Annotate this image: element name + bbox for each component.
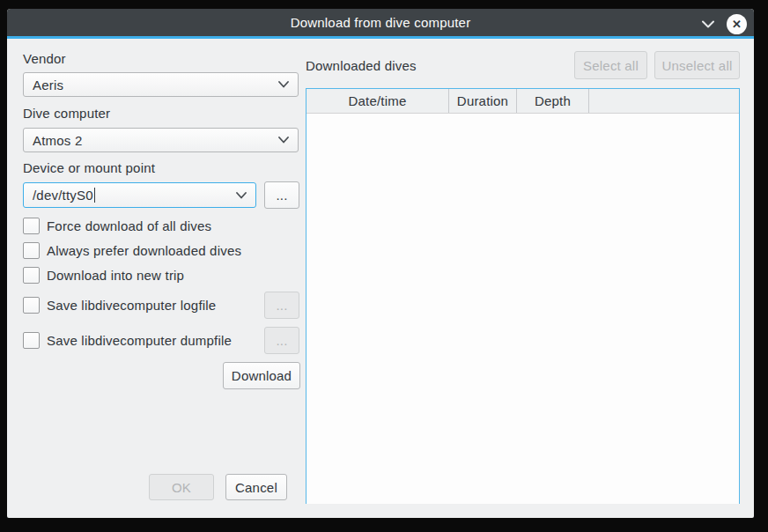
checkbox-label: Save libdivecomputer logfile	[47, 298, 216, 313]
titlebar[interactable]: Download from dive computer ✕	[7, 9, 754, 39]
close-icon: ✕	[732, 18, 742, 30]
downloaded-dives-label: Downloaded dives	[306, 58, 417, 73]
device-label: Device or mount point	[23, 160, 155, 175]
save-dumpfile-row: Save libdivecomputer dumpfile	[23, 332, 232, 349]
new-trip-row: Download into new trip	[23, 267, 184, 284]
close-button[interactable]: ✕	[727, 14, 747, 34]
column-header-datetime[interactable]: Date/time	[306, 89, 449, 113]
new-trip-checkbox[interactable]	[23, 267, 40, 284]
ok-button[interactable]: OK	[149, 474, 214, 500]
vendor-value: Aeris	[33, 78, 63, 92]
device-value: /dev/ttyS0	[33, 188, 93, 203]
chevron-down-icon	[278, 81, 289, 88]
prefer-downloaded-checkbox[interactable]	[23, 242, 40, 259]
column-header-depth[interactable]: Depth	[517, 89, 589, 113]
prefer-downloaded-row: Always prefer downloaded dives	[23, 242, 241, 259]
device-browse-button[interactable]: ...	[264, 181, 299, 209]
download-dialog: Download from dive computer ✕ Vendor Aer…	[7, 9, 754, 518]
save-logfile-checkbox[interactable]	[23, 297, 40, 314]
dive-computer-label: Dive computer	[23, 106, 110, 121]
screen-background: Download from dive computer ✕ Vendor Aer…	[0, 0, 768, 532]
chevron-down-icon	[236, 192, 247, 199]
dumpfile-browse-button[interactable]: ...	[264, 327, 299, 354]
window-title: Download from dive computer	[291, 15, 471, 30]
chevron-down-icon	[702, 20, 714, 28]
column-header-empty	[589, 89, 739, 113]
dive-computer-value: Atmos 2	[33, 133, 82, 148]
chevron-down-icon	[278, 137, 289, 144]
checkbox-label: Force download of all dives	[47, 218, 211, 233]
select-all-button[interactable]: Select all	[574, 51, 647, 79]
logfile-browse-button[interactable]: ...	[264, 292, 299, 319]
force-download-row: Force download of all dives	[23, 218, 211, 234]
save-dumpfile-checkbox[interactable]	[23, 332, 40, 349]
save-logfile-row: Save libdivecomputer logfile	[23, 297, 216, 314]
text-cursor	[94, 188, 95, 203]
download-button[interactable]: Download	[223, 362, 300, 389]
dive-computer-combobox[interactable]: Atmos 2	[23, 128, 299, 152]
force-download-checkbox[interactable]	[23, 218, 40, 234]
downloaded-dives-table[interactable]: Date/time Duration Depth	[306, 88, 740, 504]
unselect-all-button[interactable]: Unselect all	[654, 51, 740, 79]
checkbox-label: Always prefer downloaded dives	[47, 243, 241, 258]
column-header-duration[interactable]: Duration	[449, 89, 517, 113]
checkbox-label: Download into new trip	[47, 268, 184, 283]
shade-button[interactable]	[700, 16, 716, 32]
table-header-row: Date/time Duration Depth	[306, 89, 739, 114]
vendor-combobox[interactable]: Aeris	[23, 72, 299, 97]
cancel-button[interactable]: Cancel	[225, 474, 287, 500]
device-combobox[interactable]: /dev/ttyS0	[23, 182, 256, 208]
checkbox-label: Save libdivecomputer dumpfile	[47, 333, 232, 348]
vendor-label: Vendor	[23, 51, 66, 66]
table-body-empty	[306, 114, 739, 504]
